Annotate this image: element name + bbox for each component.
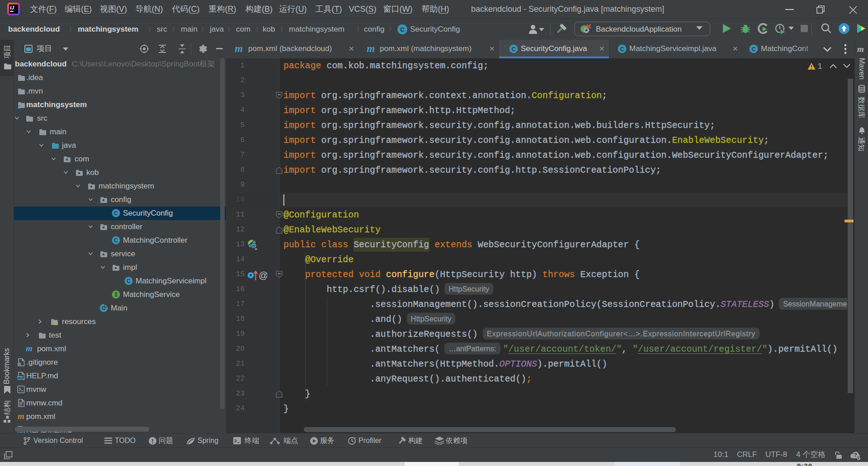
svg-text:C: C	[400, 26, 405, 33]
svg-text:?: ?	[854, 452, 857, 458]
svg-text:@: @	[259, 270, 267, 280]
svg-text:e: e	[252, 244, 255, 249]
